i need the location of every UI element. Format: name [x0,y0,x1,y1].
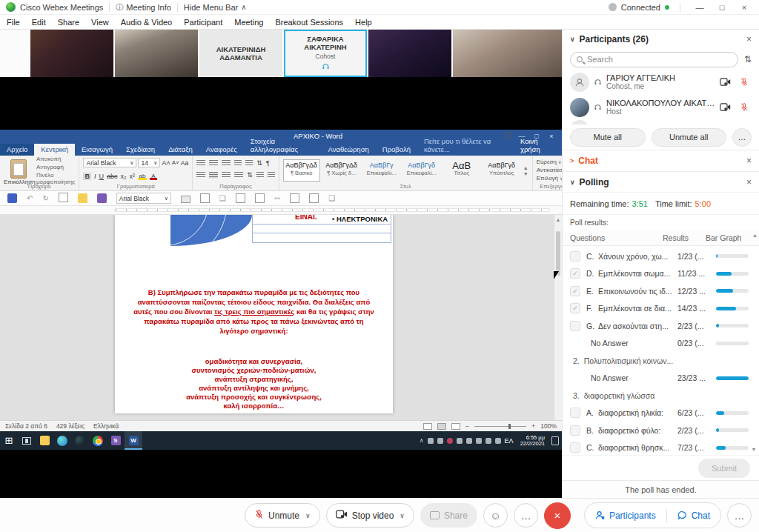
decrease-indent-icon[interactable] [234,160,242,167]
cut-button[interactable]: Αποκοπή [36,156,75,162]
poll-checkbox[interactable]: ✓ [570,303,580,313]
tab-file[interactable]: Αρχείο [0,144,34,156]
menu-view[interactable]: View [91,18,109,27]
reactions-button[interactable]: ☺ [483,503,508,528]
word-count[interactable]: 429 λέξεις [56,422,84,430]
styles-scroll-down-icon[interactable]: ▼ [523,171,528,176]
participants-close-icon[interactable]: × [746,34,752,44]
scroll-up-icon[interactable]: ▲ [554,215,562,222]
participants-toggle-button[interactable]: Participants [585,503,666,528]
polling-header[interactable]: ∨ Polling × [563,172,759,193]
line-spacing-icon[interactable]: ⇅ [247,171,253,179]
styles-scroll-up-icon[interactable]: ▲ [523,165,528,170]
video-tile-1[interactable] [30,30,113,77]
submit-button[interactable]: Submit [698,459,750,478]
print-layout-view-icon[interactable] [437,423,446,430]
video-tile-6[interactable] [453,30,562,77]
zoom-slider[interactable] [474,426,526,427]
participants-header[interactable]: ∨ Participants (26) × [563,30,759,49]
tab-mailings[interactable]: Στοιχεία αλληλογραφίας [244,136,322,156]
task-view-button[interactable] [18,431,36,450]
sort-icon[interactable]: ⇅ [256,159,262,167]
increase-indent-icon[interactable] [245,160,253,167]
tray-icon[interactable] [447,438,453,444]
tray-icon[interactable] [437,438,443,444]
style-title[interactable]: ΑαΒ Τίτλος [443,159,480,182]
action-center-icon[interactable] [551,436,559,445]
document-page[interactable]: ΕΙΝΑΙ. • ΗΛΕΚΤΡΟΝΙΚΑ Β) Συμπλήρωσε την π… [115,215,393,413]
object-icon[interactable] [309,193,319,203]
webex-taskbar-icon[interactable]: S [107,431,125,450]
copy-button[interactable]: Αντιγραφή [36,164,75,170]
align-right-icon[interactable] [222,172,231,179]
more-options-button[interactable]: … [514,503,538,528]
poll-scrollbar[interactable]: ▼ [750,246,758,452]
poll-checkbox[interactable]: ✓ [570,251,580,262]
mute-all-button[interactable]: Mute all [570,128,646,147]
language-indicator[interactable]: Ελληνικά [93,422,119,430]
underline-button[interactable]: U [99,173,104,180]
font-color-button[interactable]: A [150,173,157,180]
tab-design[interactable]: Σχεδίαση [119,144,162,156]
page-setup-icon[interactable]: ⇿ [274,194,280,202]
leave-meeting-button[interactable]: × [544,502,571,529]
new-document-icon[interactable] [200,193,210,203]
menu-audio-video[interactable]: Audio & Video [121,18,173,27]
print-preview-icon[interactable] [59,193,68,204]
edge-icon[interactable] [53,431,71,450]
shrink-font-button[interactable]: A˅ [172,159,179,166]
meeting-info-button[interactable]: ⓘ Meeting Info [116,2,171,13]
minimize-button[interactable]: — [691,1,709,14]
video-tile-2[interactable] [115,30,198,77]
align-center-icon[interactable] [209,172,218,179]
poll-checkbox[interactable]: ✓ [570,425,580,436]
volume-icon[interactable] [495,438,501,444]
style-heading2[interactable]: ΑαΒβΓγδ Επικεφαλί... [403,159,440,182]
share-button[interactable]: Share [420,503,477,528]
superscript-button[interactable]: x² [130,173,136,180]
mic-muted-icon[interactable] [740,77,749,88]
document-scrollbar[interactable]: ▲ [554,215,562,420]
word-taskbar-icon[interactable]: W [125,431,142,450]
chat-close-icon[interactable]: × [746,156,752,166]
tab-layout[interactable]: Διάταξη [162,144,199,156]
menu-help[interactable]: Help [355,18,372,27]
subscript-button[interactable]: x₂ [121,173,127,180]
polling-close-icon[interactable]: × [746,177,752,187]
menu-meeting[interactable]: Meeting [234,18,263,27]
poll-checkbox[interactable]: ✓ [570,442,580,453]
bullets-icon[interactable] [196,160,205,167]
participants-more-button[interactable]: … [732,128,752,147]
borders-icon[interactable] [268,172,275,179]
font-name-select[interactable]: Arial Black ∨ [83,158,136,167]
justify-icon[interactable] [234,172,243,179]
columns-icon[interactable] [290,193,299,203]
camera-on-icon[interactable] [720,103,731,113]
hide-menu-bar-button[interactable]: Hide Menu Bar ∧ [184,3,247,12]
open-folder-icon[interactable] [78,193,87,203]
numbering-icon[interactable] [209,160,218,167]
style-heading1[interactable]: ΑαΒβΓγ Επικεφαλί... [363,159,400,182]
language-tray[interactable]: ΕΛ [505,437,514,445]
chat-header[interactable]: > Chat × [563,150,759,172]
file-explorer-icon[interactable] [36,431,53,450]
style-normal[interactable]: ΑαΒβΓγΔδ ¶ Βασικό [283,159,320,182]
pilcrow-icon[interactable]: ¶ [266,159,270,167]
menu-file[interactable]: File [7,18,20,27]
menu-share[interactable]: Share [58,18,79,27]
comment-icon[interactable]: ❏ [219,194,226,202]
video-tile-4-active-speaker[interactable]: ΣΑΦΑΡΙΚΑ ΑΙΚΑΤΕΡΙΝΗ Cohost [284,30,367,77]
poll-checkbox[interactable]: ✓ [570,286,580,296]
chrome-icon[interactable] [89,431,107,450]
tray-icon[interactable] [476,438,482,444]
style-no-spacing[interactable]: ΑαΒβΓγΔδ ¶ Χωρίς δ... [323,159,360,182]
video-tile-3[interactable]: ΑΙΚΑΤΕΡΙΝΙΔΗ ΑΔΑΜΑΝΤΙΑ [199,30,282,77]
chevron-down-icon[interactable]: ∨ [305,512,311,519]
stop-video-button[interactable]: Stop video ∨ [326,503,414,528]
maximize-button[interactable]: □ [713,1,731,14]
read-mode-icon[interactable] [236,193,245,203]
menu-edit[interactable]: Edit [32,18,46,27]
camera-on-icon[interactable] [720,78,731,87]
clock[interactable]: 6:55 μμ 22/2/2021 [520,435,545,447]
read-mode-view-icon[interactable] [423,423,432,430]
